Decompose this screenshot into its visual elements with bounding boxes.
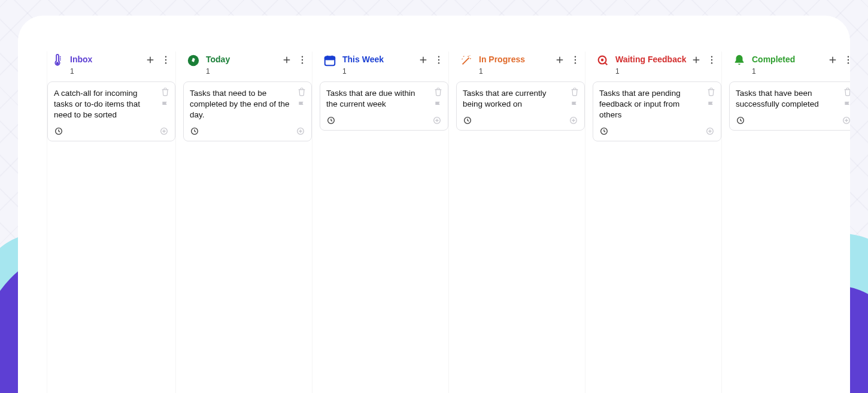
clock-icon[interactable]	[326, 116, 336, 125]
svg-point-16	[438, 62, 439, 64]
column-menu-button[interactable]	[569, 54, 581, 66]
svg-point-7	[302, 56, 303, 58]
clock-icon[interactable]	[599, 126, 609, 136]
column-header: Inbox 1	[47, 52, 175, 81]
card-text: Tasks that are due within the current we…	[326, 88, 442, 110]
column-menu-button[interactable]	[842, 54, 850, 66]
bell-icon	[733, 54, 746, 67]
column-completed: Completed 1 Tasks that have been success…	[729, 52, 850, 393]
add-card-button[interactable]	[281, 54, 293, 66]
column-menu-button[interactable]	[433, 54, 445, 66]
column-header: Completed 1	[729, 52, 850, 81]
add-card-button[interactable]	[827, 54, 839, 66]
svg-point-25	[601, 59, 604, 62]
trash-icon[interactable]	[843, 87, 850, 96]
add-card-button[interactable]	[144, 54, 156, 66]
svg-point-2	[165, 59, 166, 61]
column-title[interactable]: Completed	[752, 54, 827, 65]
wand-icon	[460, 54, 473, 67]
column-title[interactable]: This Week	[342, 54, 417, 65]
svg-point-32	[848, 59, 849, 61]
task-card[interactable]: Tasks that have been successfully comple…	[729, 81, 850, 131]
column-this-week: This Week 1 Tasks that are due within th…	[320, 52, 449, 393]
svg-point-14	[438, 56, 439, 58]
column-count: 1	[752, 67, 827, 75]
compass-icon	[187, 54, 200, 67]
svg-point-19	[575, 56, 576, 58]
trash-icon[interactable]	[706, 87, 716, 96]
task-card[interactable]: A catch-all for incoming tasks or to-do …	[47, 81, 175, 141]
svg-point-1	[165, 56, 166, 58]
svg-point-26	[711, 56, 712, 58]
svg-point-28	[711, 62, 712, 64]
trash-icon[interactable]	[160, 87, 170, 96]
column-header: This Week 1	[320, 52, 448, 81]
plus-circle-icon[interactable]	[705, 126, 715, 136]
column-header: In Progress 1	[456, 52, 585, 81]
svg-point-9	[302, 62, 303, 64]
add-card-button[interactable]	[417, 54, 429, 66]
flag-icon[interactable]	[570, 100, 579, 110]
trash-icon[interactable]	[570, 87, 579, 96]
svg-point-21	[575, 62, 576, 64]
task-card[interactable]: Tasks that are currently being worked on	[456, 81, 585, 131]
clock-icon[interactable]	[54, 126, 63, 136]
column-header: Waiting Feedback 1	[593, 52, 721, 81]
column-count: 1	[70, 67, 144, 75]
flag-icon[interactable]	[433, 100, 443, 110]
column-count: 1	[342, 67, 417, 75]
clock-icon[interactable]	[463, 116, 472, 125]
svg-point-0	[57, 62, 59, 64]
task-card[interactable]: Tasks that are pending feedback or input…	[593, 81, 721, 141]
svg-point-27	[711, 59, 712, 61]
column-title[interactable]: In Progress	[479, 54, 554, 65]
column-menu-button[interactable]	[706, 54, 718, 66]
task-card[interactable]: Tasks that need to be completed by the e…	[183, 81, 312, 141]
plus-circle-icon[interactable]	[296, 126, 305, 136]
svg-point-3	[165, 62, 166, 64]
plus-circle-icon[interactable]	[432, 116, 442, 125]
plus-circle-icon[interactable]	[159, 126, 169, 136]
column-menu-button[interactable]	[160, 54, 172, 66]
flag-icon[interactable]	[160, 100, 170, 110]
column-menu-button[interactable]	[296, 54, 308, 66]
svg-point-31	[848, 56, 849, 58]
svg-point-20	[575, 59, 576, 61]
calendar-icon	[323, 54, 336, 67]
clock-icon[interactable]	[190, 126, 199, 136]
svg-rect-13	[325, 57, 335, 60]
plus-circle-icon[interactable]	[569, 116, 578, 125]
column-today: Today 1 Tasks that need to be completed …	[183, 52, 312, 393]
flag-icon[interactable]	[706, 100, 716, 110]
task-card[interactable]: Tasks that are due within the current we…	[320, 81, 448, 131]
column-count: 1	[615, 67, 690, 75]
column-in-progress: In Progress 1 Tasks that are currently b…	[456, 52, 585, 393]
card-text: Tasks that are pending feedback or input…	[599, 88, 715, 120]
clock-icon[interactable]	[736, 116, 745, 125]
search-target-icon	[596, 54, 609, 67]
add-card-button[interactable]	[554, 54, 566, 66]
column-title[interactable]: Today	[206, 54, 281, 65]
card-text: Tasks that need to be completed by the e…	[190, 88, 305, 120]
flag-icon[interactable]	[843, 100, 850, 110]
column-header: Today 1	[183, 52, 312, 81]
trash-icon[interactable]	[433, 87, 443, 96]
card-text: Tasks that have been successfully comple…	[736, 88, 850, 110]
column-count: 1	[479, 67, 554, 75]
column-count: 1	[206, 67, 281, 75]
column-waiting-feedback: Waiting Feedback 1 Tasks that are pendin…	[593, 52, 722, 393]
kanban-board: Inbox 1 A catch-all for incoming tasks o…	[18, 16, 850, 393]
column-title[interactable]: Waiting Feedback	[615, 54, 690, 65]
trash-icon[interactable]	[297, 87, 306, 96]
add-card-button[interactable]	[690, 54, 702, 66]
svg-point-8	[302, 59, 303, 61]
column-inbox: Inbox 1 A catch-all for incoming tasks o…	[47, 52, 176, 393]
card-text: Tasks that are currently being worked on	[463, 88, 578, 110]
flag-icon[interactable]	[297, 100, 306, 110]
plus-circle-icon[interactable]	[842, 116, 850, 125]
thermometer-icon	[51, 54, 64, 67]
card-text: A catch-all for incoming tasks or to-do …	[54, 88, 169, 120]
svg-point-33	[848, 62, 849, 64]
svg-point-15	[438, 59, 439, 61]
column-title[interactable]: Inbox	[70, 54, 144, 65]
